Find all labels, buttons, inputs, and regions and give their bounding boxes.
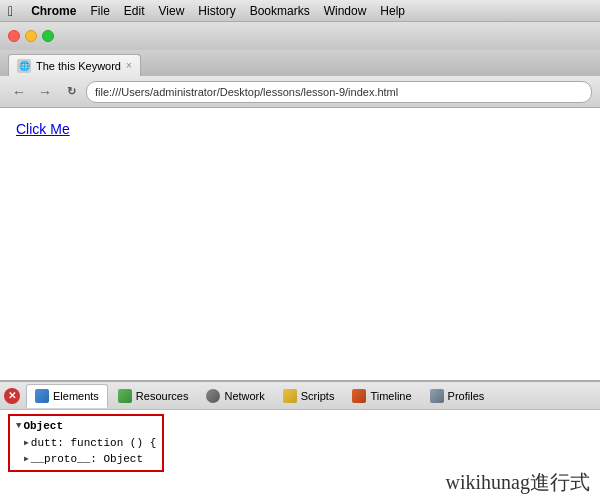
browser-toolbar: ← → ↻ file:///Users/administrator/Deskto… xyxy=(0,76,600,108)
tab-title: The this Keyword xyxy=(36,60,121,72)
scripts-icon xyxy=(283,389,297,403)
menu-edit[interactable]: Edit xyxy=(124,4,145,18)
console-line2-text: __proto__: Object xyxy=(31,451,143,468)
network-icon xyxy=(206,389,220,403)
timeline-icon xyxy=(352,389,366,403)
tab-favicon: 🌐 xyxy=(17,59,31,73)
resources-tab-label: Resources xyxy=(136,390,189,402)
menu-help[interactable]: Help xyxy=(380,4,405,18)
watermark-text: wikihunag進行式 xyxy=(446,469,590,496)
chrome-window: 🌐 The this Keyword × ← → ↻ file:///Users… xyxy=(0,22,600,500)
devtools-tab-elements[interactable]: Elements xyxy=(26,384,108,408)
resources-icon xyxy=(118,389,132,403)
devtools-panel: ✕ Elements Resources Network Scripts Tim… xyxy=(0,380,600,500)
console-line1-text: dutt: function () { xyxy=(31,435,156,452)
menu-history[interactable]: History xyxy=(198,4,235,18)
reload-button[interactable]: ↻ xyxy=(60,81,82,103)
profiles-tab-label: Profiles xyxy=(448,390,485,402)
close-button[interactable] xyxy=(8,30,20,42)
forward-button[interactable]: → xyxy=(34,81,56,103)
line1-triangle-icon[interactable]: ▶ xyxy=(24,437,29,449)
network-tab-label: Network xyxy=(224,390,264,402)
menu-file[interactable]: File xyxy=(90,4,109,18)
devtools-tab-scripts[interactable]: Scripts xyxy=(275,384,343,408)
devtools-tab-resources[interactable]: Resources xyxy=(110,384,197,408)
menu-window[interactable]: Window xyxy=(324,4,367,18)
console-line-1: ▶ dutt: function () { xyxy=(16,435,156,452)
console-object-label: ▼ Object xyxy=(16,418,156,435)
devtools-toolbar: ✕ Elements Resources Network Scripts Tim… xyxy=(0,382,600,410)
timeline-tab-label: Timeline xyxy=(370,390,411,402)
object-text: Object xyxy=(23,418,63,435)
devtools-tab-network[interactable]: Network xyxy=(198,384,272,408)
tab-close-button[interactable]: × xyxy=(126,60,132,71)
menu-bar:  Chrome File Edit View History Bookmark… xyxy=(0,0,600,22)
line2-triangle-icon[interactable]: ▶ xyxy=(24,453,29,465)
tab-bar: 🌐 The this Keyword × xyxy=(0,50,600,76)
address-bar[interactable]: file:///Users/administrator/Desktop/less… xyxy=(86,81,592,103)
maximize-button[interactable] xyxy=(42,30,54,42)
address-text: file:///Users/administrator/Desktop/less… xyxy=(95,86,398,98)
profiles-icon xyxy=(430,389,444,403)
scripts-tab-label: Scripts xyxy=(301,390,335,402)
error-icon: ✕ xyxy=(4,388,20,404)
apple-logo-icon[interactable]:  xyxy=(8,3,13,19)
devtools-console: ▼ Object ▶ dutt: function () { ▶ __proto… xyxy=(0,410,600,500)
console-line-2: ▶ __proto__: Object xyxy=(16,451,156,468)
title-bar xyxy=(0,22,600,50)
elements-tab-label: Elements xyxy=(53,390,99,402)
menu-chrome[interactable]: Chrome xyxy=(31,4,76,18)
elements-icon xyxy=(35,389,49,403)
back-button[interactable]: ← xyxy=(8,81,30,103)
devtools-tab-timeline[interactable]: Timeline xyxy=(344,384,419,408)
menu-bookmarks[interactable]: Bookmarks xyxy=(250,4,310,18)
console-object-box: ▼ Object ▶ dutt: function () { ▶ __proto… xyxy=(8,414,164,472)
devtools-tab-profiles[interactable]: Profiles xyxy=(422,384,493,408)
click-me-link[interactable]: Click Me xyxy=(16,121,70,137)
traffic-lights xyxy=(8,30,54,42)
menu-view[interactable]: View xyxy=(159,4,185,18)
object-expand-icon[interactable]: ▼ xyxy=(16,420,21,434)
browser-tab[interactable]: 🌐 The this Keyword × xyxy=(8,54,141,76)
page-content: Click Me xyxy=(0,108,600,380)
minimize-button[interactable] xyxy=(25,30,37,42)
